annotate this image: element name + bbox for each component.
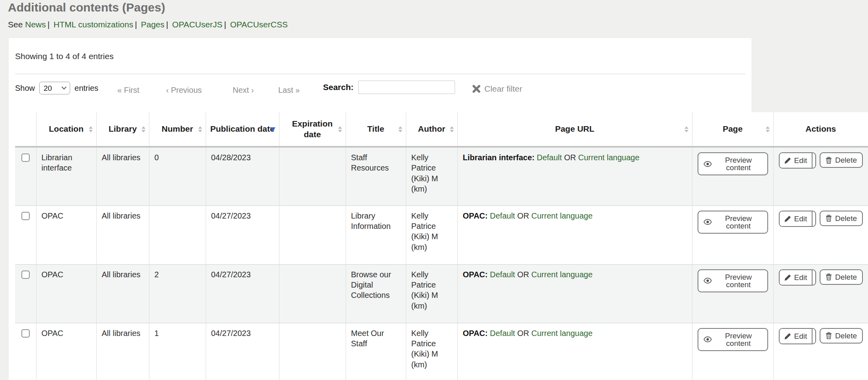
cell-page: Preview content [692,264,773,323]
edit-dropdown-toggle[interactable] [812,270,816,285]
edit-dropdown-toggle[interactable] [812,153,816,168]
divider-line [15,74,745,74]
cell-number: 2 [149,264,206,323]
header-actions: Actions [773,112,868,147]
pagination-previous[interactable]: ‹ Previous [166,86,202,95]
default-link[interactable]: Default [490,270,515,279]
page-length-select[interactable]: 20 [39,82,70,94]
header-page-url[interactable]: Page URL [457,112,692,147]
pagination-first[interactable]: « First [117,86,140,95]
header-page[interactable]: Page [692,112,773,147]
row-checkbox[interactable] [21,329,30,338]
sort-icons [766,126,770,132]
pencil-icon [784,215,791,222]
cell-library: All libraries [96,264,149,323]
preview-content-button[interactable]: Preview content [698,152,768,175]
header-author[interactable]: Author [406,112,457,147]
header-number[interactable]: Number [149,112,206,147]
default-link[interactable]: Default [490,211,515,220]
delete-button[interactable]: Delete [820,269,863,285]
link-opacusercss[interactable]: OPACUserCSS [230,20,287,29]
edit-button[interactable]: Edit [780,211,812,226]
cell-location: Librarian interface [36,147,96,205]
edit-split-button: Edit [779,328,816,344]
link-separator: | [46,20,51,29]
pages-table: Location Library Number Publication date… [15,112,868,380]
edit-split-button: Edit [779,152,816,169]
edit-dropdown-toggle[interactable] [812,211,816,226]
link-opacuserjs[interactable]: OPACUserJS [172,20,222,29]
pagination-next[interactable]: Next › [233,86,254,95]
default-link[interactable]: Default [537,153,562,162]
trash-icon [826,332,832,339]
page-url-prefix: Librarian interface: [463,153,535,162]
edit-button[interactable]: Edit [780,329,812,344]
page-length-control: Show 20 entries [15,82,98,94]
eye-icon [704,219,712,225]
table-row: OPAC All libraries 1 04/27/2023 Meet Our… [15,323,868,380]
cell-page-url: OPAC: Default OR Current language [457,205,692,264]
current-language-link[interactable]: Current language [578,153,640,162]
eye-icon [704,161,712,167]
delete-button[interactable]: Delete [820,152,863,168]
cell-actions: Edit Delete [773,147,868,205]
page-url-prefix: OPAC: [463,270,488,279]
edit-dropdown-toggle[interactable] [812,329,816,344]
header-expiration-date[interactable]: Expiration date [279,112,346,147]
cell-select [15,147,36,205]
or-label: OR [564,153,576,162]
see-links-row: See News| HTML customizations| Pages| OP… [8,20,288,29]
cell-location: OPAC [36,205,96,264]
row-checkbox[interactable] [21,154,30,162]
cell-expiration-date [279,323,346,380]
delete-button[interactable]: Delete [820,211,863,226]
cell-author: Kelly Patrice (Kiki) M (km) [406,147,457,205]
edit-split-button: Edit [779,211,816,227]
trash-icon [826,157,832,164]
header-title[interactable]: Title [346,112,406,147]
table-row: OPAC All libraries 04/27/2023 Library In… [15,205,868,264]
edit-button[interactable]: Edit [780,153,812,168]
row-checkbox[interactable] [21,271,30,279]
link-separator: | [222,20,228,29]
default-link[interactable]: Default [490,329,515,338]
link-news[interactable]: News [25,20,46,29]
current-language-link[interactable]: Current language [532,329,593,338]
preview-content-button[interactable]: Preview content [698,328,768,351]
page-title: Additional contents (Pages) [8,1,165,14]
link-pages[interactable]: Pages [141,20,164,29]
delete-button[interactable]: Delete [820,328,863,344]
link-html-customizations[interactable]: HTML customizations [54,20,133,29]
cell-publication-date: 04/27/2023 [206,323,279,380]
cell-select [15,323,36,380]
cell-author: Kelly Patrice (Kiki) M (km) [406,205,457,264]
clear-x-icon [472,84,481,93]
link-separator: | [133,20,138,29]
cell-expiration-date [279,147,346,205]
cell-page: Preview content [692,205,773,264]
clear-filter-button[interactable]: Clear filter [472,84,522,94]
cell-author: Kelly Patrice (Kiki) M (km) [406,264,457,323]
cell-actions: Edit Delete [773,264,868,323]
preview-content-button[interactable]: Preview content [698,211,768,234]
header-publication-date[interactable]: Publication date [206,112,279,147]
cell-number: 0 [149,147,206,205]
header-library[interactable]: Library [96,112,149,147]
page-url-prefix: OPAC: [463,211,488,220]
cell-author: Kelly Patrice (Kiki) M (km) [406,323,457,380]
edit-button[interactable]: Edit [780,270,812,285]
cell-library: All libraries [96,205,149,264]
search-input[interactable] [358,81,455,94]
cell-actions: Edit Delete [773,205,868,264]
pagination-last[interactable]: Last » [278,86,300,95]
cell-location: OPAC [36,323,96,380]
cell-expiration-date [279,264,346,323]
row-checkbox[interactable] [21,212,30,220]
header-location[interactable]: Location [36,112,96,147]
preview-content-button[interactable]: Preview content [698,269,768,292]
current-language-link[interactable]: Current language [532,270,593,279]
cell-library: All libraries [96,147,149,205]
current-language-link[interactable]: Current language [532,211,593,220]
or-label: OR [517,329,529,338]
cell-select [15,264,36,323]
